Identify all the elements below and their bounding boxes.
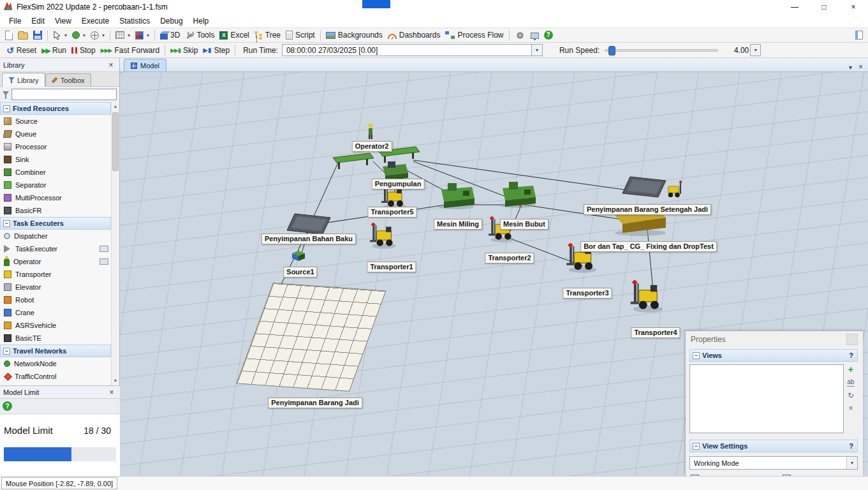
graphics-settings-button[interactable] <box>528 28 541 42</box>
object-label-transporter1[interactable]: Transporter1 <box>367 262 416 272</box>
object-label-pengumpulan[interactable]: Pengumpulan <box>372 179 425 189</box>
library-item-processor[interactable]: Processor <box>0 140 111 153</box>
source1-box[interactable] <box>291 248 306 264</box>
chevron-down-icon[interactable]: ▾ <box>64 33 67 38</box>
tab-model[interactable]: Model <box>124 59 166 71</box>
menu-debug[interactable]: Debug <box>155 15 188 27</box>
library-item-multiprocessor[interactable]: MultiProcessor <box>0 191 111 204</box>
penyimpanan-setengah-jadi-plane[interactable] <box>621 174 668 203</box>
dashboards-button[interactable]: Dashboards <box>385 28 443 42</box>
add-view-icon[interactable]: + <box>848 366 854 373</box>
chevron-down-icon[interactable]: ▾ <box>102 33 105 38</box>
library-item-source[interactable]: Source <box>0 115 111 128</box>
working-mode-dropdown[interactable]: Working Mode ▾ <box>689 456 858 470</box>
library-item-sink[interactable]: Sink <box>0 153 111 166</box>
menu-statistics[interactable]: Statistics <box>114 15 155 27</box>
library-item-separator[interactable]: Separator <box>0 179 111 191</box>
scrollbar-thumb[interactable] <box>112 112 119 171</box>
object-label-mesin-miling[interactable]: Mesin Miling <box>434 219 482 230</box>
drag-panel-icon[interactable] <box>99 246 108 252</box>
excel-button[interactable]: Excel <box>217 28 251 42</box>
transporter1-forklift[interactable] <box>369 223 399 251</box>
reset-button[interactable]: ↺Reset <box>4 43 39 57</box>
layout-button[interactable] <box>853 28 865 42</box>
section-task-executers[interactable]: −Task Executers <box>0 217 111 230</box>
object-label-transporter4[interactable]: Transporter4 <box>631 327 680 338</box>
script-button[interactable]: Script <box>283 28 318 42</box>
library-item-elevator[interactable]: Elevator <box>0 281 111 293</box>
connections-tool-button[interactable]: ▾ <box>88 28 107 42</box>
library-item-taskexecuter[interactable]: TaskExecuter <box>0 242 111 255</box>
view-settings-section-header[interactable]: − View Settings ? <box>689 440 858 452</box>
create-objects-button[interactable]: ▾ <box>70 28 88 42</box>
object-label-bor-dan-tap[interactable]: Bor dan Tap_ CG_ Fixing dan DropTest <box>580 241 717 252</box>
collapse-icon[interactable]: − <box>693 443 700 450</box>
save-model-button[interactable] <box>31 28 45 42</box>
object-label-penyimpanan-barang-jadi[interactable]: Penyimpanan Barang Jadi <box>268 397 362 408</box>
tab-list-dropdown-icon[interactable]: ▾ <box>849 64 852 71</box>
close-icon[interactable]: × <box>107 388 117 397</box>
tab-toolbox[interactable]: Toolbox <box>45 73 91 86</box>
close-tab-icon[interactable]: × <box>858 63 863 71</box>
view-3d-button[interactable]: 3D <box>158 28 182 42</box>
menu-help[interactable]: Help <box>188 15 214 27</box>
object-label-transporter5[interactable]: Transporter5 <box>367 207 416 218</box>
run-time-field[interactable]: 08:00:00 27/03/2025 [0.00] <box>282 44 532 56</box>
close-icon[interactable]: × <box>106 61 116 70</box>
open-model-button[interactable] <box>15 28 31 42</box>
refresh-views-icon[interactable]: ↻ <box>848 392 854 399</box>
step-button[interactable]: ▶▮Step <box>200 43 232 57</box>
library-item-trafficcontrol[interactable]: TrafficControl <box>0 370 111 383</box>
library-filter-input[interactable] <box>11 89 117 100</box>
library-item-crane[interactable]: Crane <box>0 306 111 319</box>
object-label-penyimpanan-bahan-baku[interactable]: Penyimpanan Bahan Baku <box>261 234 356 244</box>
stop-button[interactable]: Stop <box>69 43 98 57</box>
collapse-icon[interactable]: − <box>3 105 10 112</box>
help-icon[interactable]: ? <box>3 401 12 411</box>
help-icon[interactable]: ? <box>849 352 853 359</box>
library-item-operator[interactable]: Operator <box>0 255 111 268</box>
mesin-miling-machine[interactable] <box>435 182 477 212</box>
small-forklift[interactable] <box>662 181 685 202</box>
help-icon[interactable]: ? <box>849 442 853 450</box>
transporter4-forklift[interactable] <box>629 280 667 315</box>
minimize-button[interactable]: — <box>780 0 809 14</box>
run-button[interactable]: ▶▶Run <box>39 43 69 57</box>
object-label-operator2[interactable]: Operator2 <box>352 141 392 152</box>
chevron-down-icon[interactable]: ▾ <box>147 33 149 38</box>
backgrounds-button[interactable]: Backgrounds <box>323 28 385 42</box>
color-scheme-button[interactable]: ▾ <box>133 28 152 42</box>
scroll-up-icon[interactable]: ▲ <box>112 102 119 111</box>
scroll-down-icon[interactable]: ▼ <box>112 376 119 385</box>
process-flow-button[interactable]: Process Flow <box>443 28 506 42</box>
library-item-basicfr[interactable]: BasicFR <box>0 204 111 217</box>
model-3d-canvas[interactable]: Operator2 Pengumpulan Transporter5 Mesin… <box>120 72 868 476</box>
dock-button[interactable] <box>846 334 858 345</box>
library-item-robot[interactable]: Robot <box>0 293 111 306</box>
collapse-icon[interactable]: − <box>3 220 10 227</box>
conveyor-left[interactable] <box>330 150 376 172</box>
run-speed-dropdown[interactable]: ▾ <box>750 44 761 56</box>
views-section-header[interactable]: − Views ? <box>689 349 858 362</box>
chevron-down-icon[interactable]: ▾ <box>83 33 85 38</box>
library-item-combiner[interactable]: Combiner <box>0 166 111 179</box>
maximize-button[interactable]: □ <box>809 0 839 14</box>
menu-view[interactable]: View <box>50 15 77 27</box>
object-label-source1[interactable]: Source1 <box>283 267 317 278</box>
library-item-networknode[interactable]: NetworkNode <box>0 357 111 370</box>
object-label-penyimpanan-setengah-jadi[interactable]: Penyimpanan Barang Setengah Jadi <box>584 204 711 215</box>
collapse-icon[interactable]: − <box>3 348 10 355</box>
menu-edit[interactable]: Edit <box>26 15 50 27</box>
tools-button[interactable]: Tools <box>182 28 217 42</box>
operator2-figure[interactable] <box>366 123 375 142</box>
library-item-basicte[interactable]: BasicTE <box>0 332 111 345</box>
select-tool-button[interactable]: ▾ <box>50 28 70 42</box>
collapse-icon[interactable]: − <box>693 352 700 359</box>
section-fixed-resources[interactable]: −Fixed Resources <box>0 102 111 115</box>
table-view-button[interactable]: ▾ <box>113 28 133 42</box>
new-model-button[interactable] <box>3 28 15 42</box>
object-label-mesin-bubut[interactable]: Mesin Bubut <box>500 219 548 230</box>
menu-file[interactable]: File <box>4 15 26 27</box>
object-label-transporter3[interactable]: Transporter3 <box>563 288 612 299</box>
close-button[interactable]: × <box>839 0 868 14</box>
